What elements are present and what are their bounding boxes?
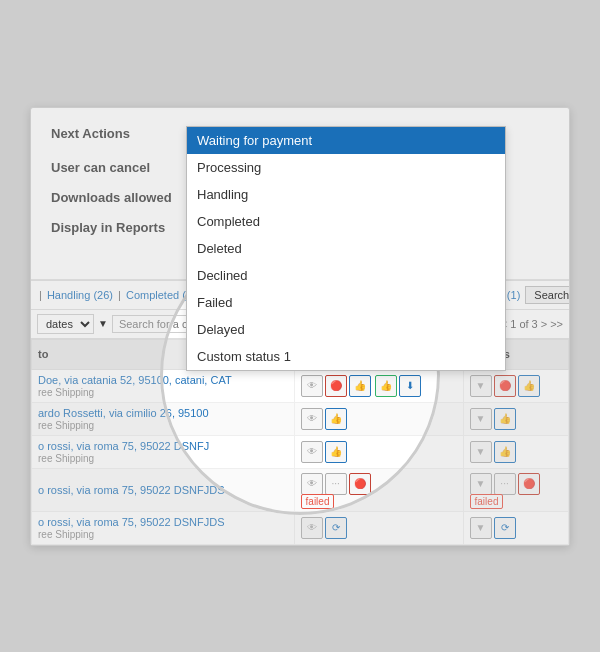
actions-right-cell: ▼ ··· 🔴 failed: [463, 468, 568, 511]
fire-icon[interactable]: 🔴: [325, 375, 347, 397]
arrow-down-icon[interactable]: ▼: [470, 441, 492, 463]
dropdown-list: Waiting for payment Processing Handling …: [186, 126, 506, 371]
customer-link[interactable]: ardo Rossetti, via cimilio 26, 95100: [38, 407, 209, 419]
table-row: o rossi, via roma 75, 95022 DSNFJDS ree …: [32, 511, 569, 544]
search-orders-btn[interactable]: Search Orders: [525, 286, 569, 304]
action-icons-left: 👁 👍: [301, 441, 457, 463]
view-icon[interactable]: 👁: [301, 517, 323, 539]
shipping-text: ree Shipping: [38, 387, 94, 398]
arrow-down-icon[interactable]: ▼: [470, 408, 492, 430]
dropdown-item-delayed[interactable]: Delayed: [187, 316, 505, 343]
fire-icon[interactable]: 🔴: [349, 473, 371, 495]
page-of: of: [519, 318, 528, 330]
failed-badge: failed: [301, 494, 335, 509]
arrow-down-icon[interactable]: ▼: [470, 517, 492, 539]
thumb-icon-r[interactable]: 👍: [518, 375, 540, 397]
thumbup-icon[interactable]: 👍: [325, 408, 347, 430]
dropdown-item-custom[interactable]: Custom status 1: [187, 343, 505, 370]
actions-right-cell: ▼ 👍: [463, 402, 568, 435]
customer-link[interactable]: o rossi, via roma 75, 95022 DSNFJDS: [38, 516, 224, 528]
dropdown-item-completed[interactable]: Completed: [187, 208, 505, 235]
customer-cell: o rossi, via roma 75, 95022 DSNFJ ree Sh…: [32, 435, 295, 468]
downloads-label: Downloads allowed: [51, 187, 201, 205]
arrow-icon[interactable]: ⬇: [399, 375, 421, 397]
action-icons-left: 👁 🔴 👍 👍 ⬇: [301, 375, 457, 397]
action-icons-right: ▼ 👍: [470, 441, 562, 463]
table-row: ardo Rossetti, via cimilio 26, 95100 ree…: [32, 402, 569, 435]
view-icon[interactable]: 👁: [301, 473, 323, 495]
actions-right-cell: ▼ 👍: [463, 435, 568, 468]
dots-icon[interactable]: ···: [325, 473, 347, 495]
action-icons-right: ▼ 🔴 👍: [470, 375, 562, 397]
thumb-icon-r[interactable]: 👍: [494, 441, 516, 463]
customer-cell: ardo Rossetti, via cimilio 26, 95100 ree…: [32, 402, 295, 435]
thumb-icon-r[interactable]: 👍: [494, 408, 516, 430]
actions-left-cell: 👁 ⟳: [294, 511, 463, 544]
next-actions-dropdown[interactable]: Waiting for payment Processing Handling …: [186, 126, 506, 371]
tab-sep2: |: [118, 289, 121, 301]
user-cancel-label: User can cancel: [51, 157, 201, 175]
actions-right-cell: ▼ 🔴 👍: [463, 369, 568, 402]
view-icon[interactable]: 👁: [301, 375, 323, 397]
table-row: o rossi, via roma 75, 95022 DSNFJDS 👁 ··…: [32, 468, 569, 511]
action-icons-right: ▼ 👍: [470, 408, 562, 430]
arrow-down-icon[interactable]: ▼: [470, 473, 492, 495]
actions-left-cell: 👁 👍: [294, 402, 463, 435]
page-total: 3: [532, 318, 538, 330]
dropdown-item-handling[interactable]: Handling: [187, 181, 505, 208]
dates-arrow-icon: ▼: [98, 318, 108, 329]
view-icon[interactable]: 👁: [301, 408, 323, 430]
arrow-down-icon[interactable]: ▼: [470, 375, 492, 397]
ocommerce-label: [51, 247, 201, 250]
form-section: Waiting for payment Processing Handling …: [31, 108, 569, 280]
dropdown-item-waiting[interactable]: Waiting for payment: [187, 127, 505, 154]
action-icons-right: ▼ ⟳: [470, 517, 562, 539]
shipping-text: ree Shipping: [38, 420, 94, 431]
tab-separator: |: [39, 289, 42, 301]
spinner-icon-r[interactable]: ⟳: [494, 517, 516, 539]
customer-cell: o rossi, via roma 75, 95022 DSNFJDS: [32, 468, 295, 511]
dates-select[interactable]: dates: [37, 314, 94, 334]
actions-left-cell: 👁 👍: [294, 435, 463, 468]
thumbup-icon[interactable]: 👍: [349, 375, 371, 397]
dropdown-item-processing[interactable]: Processing: [187, 154, 505, 181]
reports-label: Display in Reports: [51, 217, 201, 235]
page-current: 1: [510, 318, 516, 330]
customer-link[interactable]: o rossi, via roma 75, 95022 DSNFJ: [38, 440, 209, 452]
page-next-icon[interactable]: >: [541, 318, 547, 330]
actions-left-cell: 👁 🔴 👍 👍 ⬇: [294, 369, 463, 402]
dropdown-item-failed[interactable]: Failed: [187, 289, 505, 316]
actions-right-cell: ▼ ⟳: [463, 511, 568, 544]
fire-icon-r[interactable]: 🔴: [518, 473, 540, 495]
page-last-icon[interactable]: >>: [550, 318, 563, 330]
action-icons-left: 👁 ⟳: [301, 517, 457, 539]
dots-icon-r[interactable]: ···: [494, 473, 516, 495]
action-icons-left: 👁 👍: [301, 408, 457, 430]
spinner-icon[interactable]: ⟳: [325, 517, 347, 539]
table-row: o rossi, via roma 75, 95022 DSNFJ ree Sh…: [32, 435, 569, 468]
dropdown-item-deleted[interactable]: Deleted: [187, 235, 505, 262]
actions-left-cell: 👁 ··· 🔴 failed: [294, 468, 463, 511]
main-panel: Waiting for payment Processing Handling …: [30, 107, 570, 546]
table-row: Doe, via catania 52, 95100, catani, CAT …: [32, 369, 569, 402]
thumbup-green-icon[interactable]: 👍: [375, 375, 397, 397]
failed-badge-r: failed: [470, 494, 504, 509]
action-icons-right: ▼ ··· 🔴: [470, 473, 562, 495]
tab-handling[interactable]: Handling (26): [47, 289, 113, 301]
fire-icon-r[interactable]: 🔴: [494, 375, 516, 397]
customer-cell: Doe, via catania 52, 95100, catani, CAT …: [32, 369, 295, 402]
action-icons-left: 👁 ··· 🔴: [301, 473, 457, 495]
customer-cell: o rossi, via roma 75, 95022 DSNFJDS ree …: [32, 511, 295, 544]
shipping-text: ree Shipping: [38, 453, 94, 464]
next-actions-label: Next Actions: [51, 123, 201, 141]
customer-link[interactable]: Doe, via catania 52, 95100, catani, CAT: [38, 374, 232, 386]
customer-link[interactable]: o rossi, via roma 75, 95022 DSNFJDS: [38, 484, 224, 496]
view-icon[interactable]: 👁: [301, 441, 323, 463]
thumbup-icon[interactable]: 👍: [325, 441, 347, 463]
dropdown-item-declined[interactable]: Declined: [187, 262, 505, 289]
shipping-text: ree Shipping: [38, 529, 94, 540]
